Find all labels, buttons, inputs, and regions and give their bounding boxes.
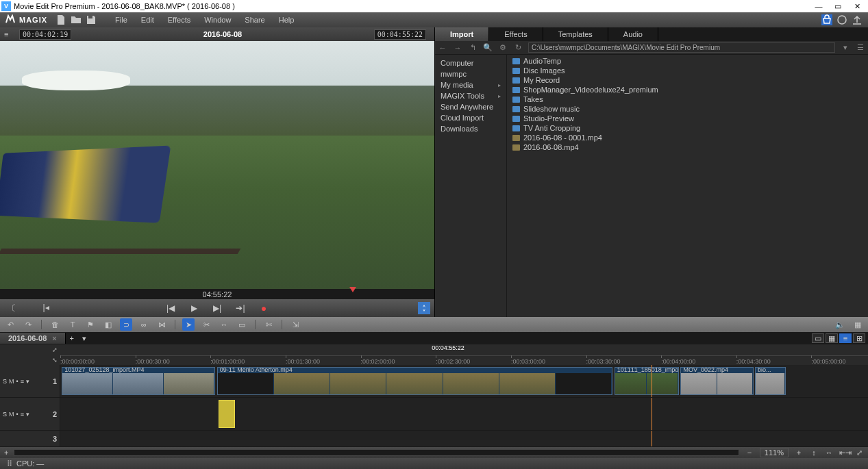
menu-effects[interactable]: Effects [163,16,195,24]
magnet-button[interactable]: ⊃ [120,318,132,331]
tree-item[interactable]: MAGIX Tools▸ [435,90,506,101]
zoom-out-button[interactable]: − [745,448,754,457]
options-gear-icon[interactable]: ⚙ [498,43,508,52]
file-item[interactable]: Studio-Preview [507,114,868,123]
redo-button[interactable]: ↷ [22,318,34,331]
title-button[interactable]: T [66,318,79,331]
tree-item[interactable]: Send Anywhere [435,101,506,112]
pointer-tool[interactable]: ➤ [182,318,195,331]
mute-icon[interactable]: 🔈 [834,318,846,331]
nav-fwd-icon[interactable]: → [453,44,462,52]
shop-icon[interactable] [821,14,832,25]
tree-item[interactable]: Cloud Import [435,112,506,123]
track-flag-button[interactable]: S [3,411,7,418]
file-item[interactable]: AudioTemp [507,56,868,66]
video-clip[interactable]: bio... [755,367,786,395]
preview-scrubber[interactable]: 04:55:22 [0,289,434,299]
view-timeline[interactable]: ≡ [839,333,852,343]
zoom-fit-icon[interactable]: ↔ [824,448,834,457]
ruler-lock-icon[interactable]: ⤡ [52,357,58,364]
next-marker-button[interactable]: ▶| [211,303,223,313]
file-item[interactable]: Slideshow music [507,104,868,114]
info-icon[interactable] [836,14,847,25]
new-file-icon[interactable] [55,14,66,25]
tree-item[interactable]: mwmpc [435,68,506,79]
timecode-out[interactable]: 00:04:55:22 [374,29,426,40]
goto-in-button[interactable]: |◂ [40,303,52,314]
video-clip[interactable]: 09-11 Menlo Atherton.mp4 [217,367,613,395]
view-storyboard[interactable]: ▭ [812,333,824,343]
tab-dropdown-icon[interactable]: ▾ [78,334,90,343]
preview-menu-icon[interactable]: ≡ [4,30,15,38]
maximize-button[interactable]: ▭ [828,2,847,11]
track-lane[interactable] [60,398,868,430]
add-tab-button[interactable]: + [66,334,78,342]
tree-item[interactable]: My media▸ [435,79,506,90]
audio-clip[interactable] [219,400,235,428]
view-scene[interactable]: ▦ [826,333,838,343]
zoom-all-h-icon[interactable]: ⇤⇥ [839,448,849,457]
track-flag-button[interactable]: • [16,378,18,385]
mixer-button[interactable]: ▦ [852,318,864,331]
chapter-icon[interactable]: ◧ [102,318,114,331]
track-lane[interactable]: 101027_025128_import.MP409-11 Menlo Athe… [60,365,868,397]
menu-edit[interactable]: Edit [136,16,159,24]
ungroup-button[interactable]: ⋈ [156,318,168,331]
play-button[interactable]: ▶ [188,303,200,313]
marker-flag-icon[interactable]: ⚑ [84,318,97,331]
record-button[interactable]: ● [258,303,270,314]
insert-tool[interactable]: ▭ [236,318,248,331]
optimize-button[interactable] [418,302,430,314]
view-multicam[interactable]: ⊞ [853,333,865,343]
export-icon[interactable] [852,14,863,25]
track-lane[interactable] [60,431,868,446]
tab-close-icon[interactable]: × [52,334,56,342]
nav-back-icon[interactable]: ← [438,44,447,52]
close-button[interactable]: ✕ [847,2,867,11]
tree-item[interactable]: Downloads [435,123,506,134]
tree-item[interactable]: Computer [435,58,506,68]
fit-width-button[interactable]: ⇲ [289,318,301,331]
search-icon[interactable]: 🔍 [483,43,493,52]
menu-file[interactable]: File [110,16,132,24]
stretch-tool[interactable]: ↔ [218,318,230,331]
path-field[interactable]: C:\Users\mwmpc\Documents\MAGIX\Movie Edi… [528,42,835,53]
time-ruler[interactable]: 00:04:55:22 :00:00:00:00:00:00:30:00:00:… [60,344,868,365]
zoom-all-v-icon[interactable]: ⤢ [854,448,864,457]
view-list-icon[interactable]: ☰ [856,43,865,52]
file-item[interactable]: Takes [507,94,868,104]
menu-window[interactable]: Window [199,16,236,24]
undo-button[interactable]: ↶ [4,318,16,331]
file-item[interactable]: 2016-06-08.mp4 [507,142,868,152]
ruler-zoom-icon[interactable]: ⤢ [52,346,58,353]
refresh-icon[interactable]: ↻ [513,43,523,52]
minimize-button[interactable]: — [809,2,828,10]
track-flag-button[interactable]: M [9,378,14,385]
prev-frame-button[interactable]: |◀ [164,303,177,313]
delete-button[interactable]: 🗑 [49,318,61,331]
playhead[interactable] [652,431,652,446]
video-clip[interactable]: 101027_025128_import.MP4 [62,367,215,395]
track-flag-button[interactable]: • [16,411,18,418]
goto-end-button[interactable]: ➔| [234,303,247,313]
status-dots-icon[interactable]: ⠿ [7,459,12,468]
track-flag-button[interactable]: ▾ [26,378,29,385]
video-clip[interactable]: MOV_0022.mp4 [680,367,753,395]
cut-tool[interactable]: ✂ [200,318,212,331]
file-item[interactable]: TV Anti Cropping [507,123,868,133]
save-icon[interactable] [86,14,97,25]
add-track-button[interactable]: + [4,448,8,457]
file-item[interactable]: 2016-06-08 - 0001.mp4 [507,133,868,142]
menu-share[interactable]: Share [240,16,269,24]
track-flag-button[interactable]: ≡ [21,411,24,418]
path-dropdown-icon[interactable]: ▾ [841,43,850,52]
track-flag-button[interactable]: ▾ [26,411,29,418]
track-flag-button[interactable]: M [9,411,14,418]
video-clip[interactable]: 101111_185018_impor... [615,367,679,395]
track-flag-button[interactable]: ≡ [21,378,24,385]
preview-viewport[interactable] [0,41,434,289]
nav-up-icon[interactable]: ↰ [468,43,478,52]
playhead[interactable] [652,398,652,430]
group-button[interactable]: ∞ [138,318,150,331]
track-flag-button[interactable]: S [3,378,7,385]
